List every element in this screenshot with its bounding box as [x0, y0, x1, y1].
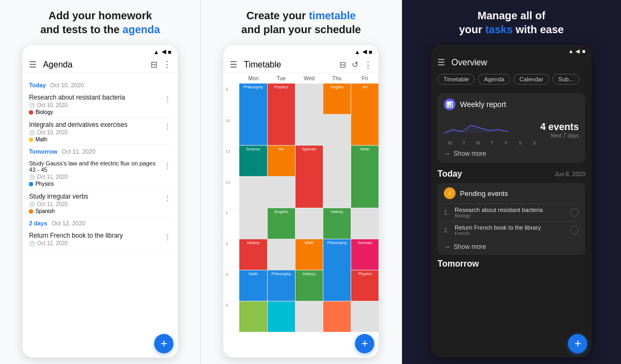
tt-cell[interactable]: Philosophy: [323, 239, 351, 301]
tt-cell[interactable]: Math: [239, 270, 267, 301]
tt-cell[interactable]: German: [351, 239, 378, 270]
status-bar: ▲ ◀ ■: [431, 45, 592, 55]
item-num: 1.: [444, 209, 450, 216]
tt-cell-empty: [239, 208, 267, 239]
list-item[interactable]: Integrals and derivatives exercises 🕐 Oc…: [29, 118, 171, 145]
tt-cell[interactable]: History: [323, 208, 351, 239]
tt-cell[interactable]: Philosophy: [268, 270, 295, 301]
tt-cell[interactable]: History: [239, 239, 267, 270]
item-title: Study irregular verbs: [29, 193, 171, 200]
item-tag: Physics: [29, 181, 171, 187]
more-dots[interactable]: ⋮: [164, 233, 171, 241]
menu-icon[interactable]: ☰: [29, 59, 36, 70]
show-more-weekly[interactable]: → Show more: [444, 150, 579, 157]
panel-timetable: Create your timetable and plan your sche…: [201, 0, 401, 364]
tt-cell[interactable]: [323, 301, 351, 332]
more-icon[interactable]: ⋮: [163, 59, 171, 70]
tt-cell[interactable]: [268, 301, 295, 332]
timetable-phone: ▲ ◀ ■ ☰ Timetable ⊟ ↺ ⋮ Mon Tue Wed Thu …: [223, 45, 378, 358]
item-circle[interactable]: [570, 208, 579, 217]
twodays-label: 2 days: [29, 220, 47, 226]
pending-item-1[interactable]: 1. Research about resistant bacteria Bio…: [444, 203, 579, 221]
refresh-icon[interactable]: ↺: [352, 60, 359, 70]
filter-icon[interactable]: ⊟: [150, 59, 157, 70]
panel-agenda: Add your homework and tests to the agend…: [0, 0, 200, 364]
tomorrow-label: Tomorrow: [437, 259, 585, 269]
day-fri: Fri: [351, 75, 378, 81]
pending-card: ⚡ Pending events 1. Research about resis…: [437, 183, 585, 255]
more-dots[interactable]: ⋮: [164, 161, 171, 170]
day-tue: Tue: [267, 75, 295, 81]
fab-add-tt[interactable]: +: [355, 334, 374, 353]
agenda-phone: ▲ ◀ ■ ☰ Agenda ⊟ ⋮ Today Oct 10, 2020 Re…: [22, 45, 178, 358]
tt-cell-empty: [323, 115, 351, 145]
fab-add[interactable]: +: [154, 334, 173, 353]
more-dots[interactable]: ⋮: [164, 194, 171, 202]
item-title: Study Gauss's law and the electric flux …: [29, 160, 171, 173]
chart-area: M T W T F S S: [444, 115, 540, 146]
time-column: 9 10 11 12 1 2 3 4: [223, 84, 239, 332]
day-s1: S: [514, 140, 526, 146]
pending-title: Pending events: [460, 189, 508, 198]
item-title: Research about resistant bacteria: [29, 94, 171, 101]
signal-icon: ◀: [575, 48, 580, 54]
status-bar: ▲ ◀ ■: [223, 45, 378, 56]
tt-cell-empty: [268, 239, 295, 270]
days-row: Mon Tue Wed Thu Fri: [223, 73, 378, 84]
menu-icon[interactable]: ☰: [437, 57, 445, 67]
tt-cell-empty: [323, 177, 351, 207]
item-title: Research about resistant bacteria: [455, 207, 566, 213]
tab-timetable[interactable]: Timetable: [437, 74, 475, 85]
show-more-pending[interactable]: → Show more: [444, 243, 579, 251]
tt-cell[interactable]: Spanish: [296, 146, 323, 207]
overview-appbar: ☰ Overview: [431, 55, 592, 72]
list-item[interactable]: Study irregular verbs 🕐 Oct 11, 2020 Spa…: [29, 189, 171, 217]
pending-header: ⚡ Pending events: [444, 187, 579, 199]
wifi-icon: ▲: [568, 48, 573, 54]
day-header-tomorrow: Tomorrow Oct 11, 2020: [29, 148, 171, 155]
tt-cell[interactable]: Math: [296, 239, 323, 270]
tab-agenda[interactable]: Agenda: [478, 74, 510, 85]
tt-icons: ⊟ ↺ ⋮: [339, 60, 372, 70]
tt-cell[interactable]: Physics: [268, 84, 295, 145]
more-icon[interactable]: ⋮: [364, 60, 372, 70]
item-date: 🕐 Oct 12, 2020: [29, 240, 171, 246]
tt-cell-empty: [296, 301, 323, 332]
battery-icon: ■: [582, 48, 585, 54]
agenda-list: Today Oct 10, 2020 Research about resist…: [22, 73, 178, 332]
tt-cell[interactable]: Art: [351, 84, 378, 145]
tab-calendar[interactable]: Calendar: [513, 74, 549, 85]
tt-cell[interactable]: Math: [351, 146, 378, 207]
list-item[interactable]: Research about resistant bacteria 🕐 Oct …: [29, 90, 171, 118]
day-header-2days: 2 days Oct 12, 2020: [29, 220, 171, 226]
menu-icon[interactable]: ☰: [230, 59, 237, 70]
today-section: Today Jun 8, 2020 ⚡ Pending events 1. Re…: [437, 169, 585, 255]
list-item[interactable]: Study Gauss's law and the electric flux …: [29, 157, 171, 189]
timetable-grid: Philosophy Physics English Art Science A…: [239, 84, 378, 332]
tt-cell-empty: [296, 84, 323, 114]
tt-cell-empty: [323, 146, 351, 176]
tt-cell[interactable]: History: [296, 270, 323, 301]
tt-cell[interactable]: Philosophy: [239, 84, 267, 145]
item-title: Return French book to the library: [29, 232, 171, 239]
tomorrow-date: Oct 11, 2020: [62, 148, 95, 155]
day-f: F: [500, 140, 512, 146]
more-dots[interactable]: ⋮: [164, 95, 171, 103]
tt-cell-empty: [268, 177, 295, 207]
tomorrow-label: Tomorrow: [29, 148, 57, 155]
day-mon: Mon: [239, 75, 267, 81]
align-icon[interactable]: ⊟: [339, 60, 346, 70]
fab-add-dark[interactable]: +: [568, 334, 587, 353]
list-item[interactable]: Return French book to the library 🕐 Oct …: [29, 229, 171, 250]
tt-cell[interactable]: Physics: [351, 270, 378, 301]
tt-cell[interactable]: English: [323, 84, 351, 114]
more-dots[interactable]: ⋮: [164, 122, 171, 131]
tt-cell[interactable]: English: [268, 208, 295, 239]
pending-item-2[interactable]: 2. Return French book to the library Fre…: [444, 221, 579, 239]
tt-cell[interactable]: Art: [268, 146, 295, 176]
tt-cell[interactable]: Science: [239, 146, 267, 176]
tab-sub[interactable]: Sub...: [552, 74, 580, 85]
day-w: W: [472, 140, 484, 146]
item-circle[interactable]: [570, 226, 579, 234]
tt-cell[interactable]: [239, 301, 267, 332]
